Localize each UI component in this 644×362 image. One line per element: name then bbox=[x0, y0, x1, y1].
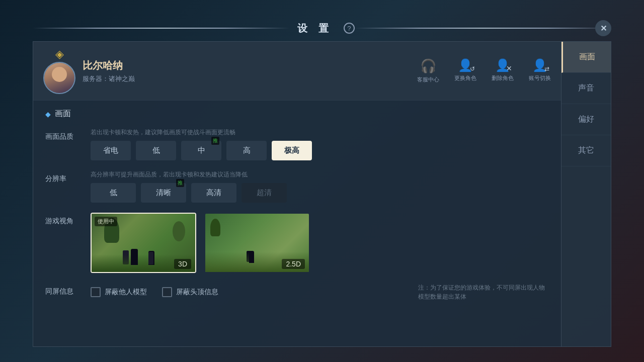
quality-high-btn[interactable]: 高 bbox=[226, 141, 267, 160]
delete-character-button[interactable]: 👤✕ 删除角色 bbox=[492, 58, 514, 83]
image-quality-hint: 若出现卡顿和发热，建议降低画质可使战斗画面更流畅 bbox=[91, 128, 549, 137]
resolution-hint: 高分辨率可提升画面品质，若出现卡顿和发热建议适当降低 bbox=[91, 170, 549, 179]
hide-models-box bbox=[91, 287, 101, 297]
close-button[interactable]: ✕ bbox=[595, 20, 611, 36]
delete-character-icon: 👤✕ bbox=[495, 58, 510, 72]
view-3d-thumb[interactable]: 使用中 3D bbox=[91, 213, 196, 273]
headset-icon: 🎧 bbox=[420, 58, 436, 74]
profile-info: 比尔哈纳 服务器：诸神之巅 bbox=[83, 59, 417, 83]
modal-title: 设 置 bbox=[289, 22, 341, 35]
section-diamond-icon: ◆ bbox=[45, 110, 51, 118]
avatar bbox=[43, 62, 75, 94]
tab-other[interactable]: 其它 bbox=[561, 135, 611, 166]
char-1-3d bbox=[131, 249, 138, 265]
image-quality-controls: 若出现卡顿和发热，建议降低画质可使战斗画面更流畅 省电 低 中 高 极高 bbox=[91, 128, 549, 160]
hide-models-label: 屏蔽他人模型 bbox=[105, 288, 147, 297]
image-quality-btn-group: 省电 低 中 高 极高 bbox=[91, 141, 549, 160]
section-title-text: 画面 bbox=[55, 109, 71, 119]
profile-server: 服务器：诸神之巅 bbox=[83, 74, 417, 83]
quality-power-save-btn[interactable]: 省电 bbox=[91, 141, 131, 160]
avatar-crown-icon: ◈ bbox=[43, 48, 75, 61]
tab-graphics-label: 画面 bbox=[579, 52, 595, 62]
avatar-wrapper: ◈ bbox=[43, 48, 75, 94]
thumb-using-label: 使用中 bbox=[95, 217, 117, 226]
tab-graphics[interactable]: 画面 bbox=[561, 42, 611, 73]
hide-overhead-label: 屏蔽头顶信息 bbox=[176, 288, 218, 297]
delete-character-label: 删除角色 bbox=[492, 74, 514, 82]
checkbox-row: 屏蔽他人模型 屏蔽头顶信息 注：为了保证您的游戏体验，不可同屏出现人物模型数量超… bbox=[91, 283, 549, 301]
profile-actions: 🎧 客服中心 👤↺ 更换角色 👤✕ 删除角色 👤⇄ 账号切换 bbox=[417, 58, 551, 83]
profile-name: 比尔哈纳 bbox=[83, 59, 417, 72]
resolution-controls: 高分辨率可提升画面品质，若出现卡顿和发热建议适当降低 低 清晰 高清 超清 bbox=[91, 170, 549, 203]
left-panel: ◈ 比尔哈纳 服务器：诸神之巅 🎧 客服中心 👤↺ bbox=[33, 41, 561, 347]
switch-account-icon: 👤⇄ bbox=[532, 58, 547, 72]
video-thumbs: 使用中 3D 2.5D bbox=[91, 213, 310, 273]
view-2-5d-thumb[interactable]: 2.5D bbox=[204, 213, 310, 273]
section-title: ◆ 画面 bbox=[45, 109, 549, 119]
same-screen-note: 注：为了保证您的游戏体验，不可同屏出现人物模型数量超出某体 bbox=[418, 283, 549, 301]
resolution-ultra-hd-btn[interactable]: 超清 bbox=[242, 183, 287, 203]
switch-account-button[interactable]: 👤⇄ 账号切换 bbox=[529, 58, 551, 83]
char-2-3d bbox=[148, 251, 154, 265]
thumb-3d-label: 3D bbox=[174, 259, 191, 269]
title-bar-line-right bbox=[355, 28, 611, 29]
tab-other-label: 其它 bbox=[578, 145, 594, 156]
title-bar: 设 置 ? ✕ bbox=[33, 15, 611, 41]
hide-models-checkbox[interactable]: 屏蔽他人模型 bbox=[91, 287, 147, 297]
change-character-label: 更换角色 bbox=[454, 74, 476, 82]
resolution-label: 分辨率 bbox=[45, 170, 91, 184]
same-screen-label: 同屏信息 bbox=[45, 283, 91, 296]
content-area: ◈ 比尔哈纳 服务器：诸神之巅 🎧 客服中心 👤↺ bbox=[33, 41, 611, 347]
tree-decoration-2 bbox=[173, 221, 185, 241]
thumb-2-5d-label: 2.5D bbox=[282, 259, 305, 269]
same-screen-row: 同屏信息 屏蔽他人模型 屏蔽头顶信息 注：为了保证您的游戏体验，不可同屏 bbox=[45, 283, 549, 301]
tree-2d-1 bbox=[210, 219, 220, 236]
customer-service-button[interactable]: 🎧 客服中心 bbox=[417, 58, 439, 83]
view-angle-row: 游戏视角 bbox=[45, 213, 549, 273]
title-bar-line-left bbox=[33, 28, 289, 29]
same-screen-controls: 屏蔽他人模型 屏蔽头顶信息 注：为了保证您的游戏体验，不可同屏出现人物模型数量超… bbox=[91, 283, 549, 301]
tab-preference-label: 偏好 bbox=[578, 114, 594, 125]
tab-sound[interactable]: 声音 bbox=[561, 73, 611, 104]
right-sidebar: 画面 声音 偏好 其它 bbox=[561, 41, 611, 347]
resolution-low-btn[interactable]: 低 bbox=[91, 183, 136, 203]
customer-service-label: 客服中心 bbox=[417, 76, 439, 83]
image-quality-label: 画面品质 bbox=[45, 128, 91, 141]
help-button[interactable]: ? bbox=[344, 23, 355, 34]
hide-overhead-checkbox[interactable]: 屏蔽头顶信息 bbox=[162, 287, 218, 297]
resolution-btn-group: 低 清晰 高清 超清 bbox=[91, 183, 549, 203]
quality-low-btn[interactable]: 低 bbox=[136, 141, 176, 160]
quality-ultra-btn[interactable]: 极高 bbox=[272, 141, 312, 160]
resolution-hd-btn[interactable]: 高清 bbox=[191, 183, 236, 203]
settings-modal: 设 置 ? ✕ ◈ 比尔哈纳 服务器：诸神之巅 bbox=[33, 15, 611, 347]
profile-header: ◈ 比尔哈纳 服务器：诸神之巅 🎧 客服中心 👤↺ bbox=[33, 42, 561, 101]
avatar-face bbox=[44, 63, 74, 93]
hide-overhead-box bbox=[162, 287, 172, 297]
resolution-row: 分辨率 高分辨率可提升画面品质，若出现卡顿和发热建议适当降低 低 清晰 高清 超… bbox=[45, 170, 549, 203]
change-character-icon: 👤↺ bbox=[458, 58, 473, 72]
quality-medium-btn[interactable]: 中 bbox=[181, 141, 221, 160]
change-character-button[interactable]: 👤↺ 更换角色 bbox=[454, 58, 476, 83]
char-2d bbox=[249, 251, 254, 263]
switch-account-label: 账号切换 bbox=[529, 74, 551, 82]
tab-sound-label: 声音 bbox=[578, 83, 594, 94]
tab-preference[interactable]: 偏好 bbox=[561, 104, 611, 135]
settings-content: ◆ 画面 画面品质 若出现卡顿和发热，建议降低画质可使战斗画面更流畅 省电 低 … bbox=[33, 101, 561, 346]
view-angle-label: 游戏视角 bbox=[45, 213, 91, 226]
resolution-clear-btn[interactable]: 清晰 bbox=[141, 183, 186, 203]
image-quality-row: 画面品质 若出现卡顿和发热，建议降低画质可使战斗画面更流畅 省电 低 中 高 极… bbox=[45, 128, 549, 160]
